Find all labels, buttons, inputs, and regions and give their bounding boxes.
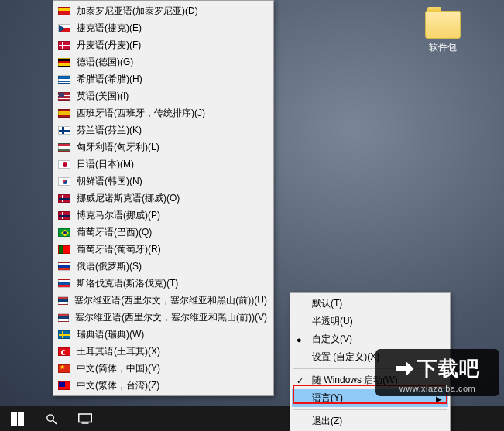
language-menu-item[interactable]: 瑞典语(瑞典)(W) <box>55 326 272 343</box>
language-label: 朝鲜语(韩国)(N) <box>77 175 142 188</box>
flag-icon <box>58 296 68 305</box>
language-menu-item[interactable]: 加泰罗尼亚语(加泰罗尼亚)(D) <box>55 2 272 19</box>
menu-item-translucent[interactable]: 半透明(U) <box>292 313 448 330</box>
windows-logo-icon <box>11 412 24 426</box>
language-menu-item[interactable]: 捷克语(捷克)(E) <box>55 19 272 36</box>
language-label: 芬兰语(芬兰)(K) <box>77 124 142 137</box>
language-menu-item[interactable]: 朝鲜语(韩国)(N) <box>55 173 272 190</box>
menu-item-language[interactable]: 语言(Y) ▶ <box>292 389 448 407</box>
language-menu-item[interactable]: 希腊语(希腊)(H) <box>55 70 272 87</box>
language-menu-item[interactable]: 俄语(俄罗斯)(S) <box>55 258 272 275</box>
flag-icon <box>58 126 70 135</box>
flag-icon <box>58 194 70 203</box>
language-label: 中文(简体，中国)(Y) <box>77 362 160 375</box>
flag-icon <box>58 245 70 254</box>
radio-selected-icon: ● <box>297 335 302 344</box>
language-menu-item[interactable]: 芬兰语(芬兰)(K) <box>55 121 272 139</box>
language-menu-item[interactable]: 葡萄牙语(葡萄牙)(R) <box>55 241 272 258</box>
start-button[interactable] <box>0 406 34 431</box>
language-label: 博克马尔语(挪威)(P) <box>77 209 160 222</box>
language-menu-item[interactable]: 土耳其语(土耳其)(X) <box>55 343 272 360</box>
flag-icon <box>58 211 70 220</box>
language-label: 加泰罗尼亚语(加泰罗尼亚)(D) <box>77 5 198 18</box>
language-menu-item[interactable]: 丹麦语(丹麦)(F) <box>55 36 272 53</box>
menu-label: 半透明(U) <box>312 315 353 328</box>
language-menu-item[interactable]: 日语(日本)(M) <box>55 156 272 173</box>
menu-label: 自定义(V) <box>312 333 352 346</box>
submenu-arrow-icon: ▶ <box>436 394 442 402</box>
flag-icon <box>58 364 70 373</box>
folder-icon <box>425 11 461 39</box>
language-menu-item[interactable]: 英语(美国)(I) <box>55 87 272 104</box>
menu-separator <box>293 409 447 410</box>
flag-icon <box>58 313 69 322</box>
language-menu-item[interactable]: 中文(繁体，台湾)(Z) <box>55 377 272 394</box>
flag-icon <box>58 109 70 118</box>
language-label: 挪威尼诺斯克语(挪威)(O) <box>77 192 180 205</box>
check-icon: ✓ <box>297 375 303 385</box>
flag-icon <box>58 92 70 101</box>
language-menu-item[interactable]: 德语(德国)(G) <box>55 53 272 70</box>
menu-item-default[interactable]: 默认(T) <box>292 295 448 313</box>
task-view-button[interactable] <box>68 406 102 431</box>
menu-label: 设置 (自定义)(X) <box>312 351 379 364</box>
language-menu-item[interactable]: 挪威尼诺斯克语(挪威)(O) <box>55 190 272 207</box>
desktop-icon-label: 软件包 <box>419 41 467 54</box>
language-menu-item[interactable]: 塞尔维亚语(西里尔文，塞尔维亚和黑山(前))(U) <box>55 292 272 309</box>
flag-icon <box>58 75 70 84</box>
menu-item-startup[interactable]: ✓ 随 Windows 启动(W) <box>292 371 448 389</box>
tray-context-menu: 默认(T) 半透明(U) ● 自定义(V) 设置 (自定义)(X) ✓ 随 Wi… <box>290 292 451 431</box>
svg-point-0 <box>46 414 53 421</box>
language-label: 葡萄牙语(巴西)(Q) <box>77 226 152 239</box>
flag-icon <box>58 279 70 288</box>
flag-icon <box>58 228 70 237</box>
language-menu-item[interactable]: 葡萄牙语(巴西)(Q) <box>55 224 272 241</box>
language-label: 丹麦语(丹麦)(F) <box>77 39 141 52</box>
language-label: 希腊语(希腊)(H) <box>77 73 142 86</box>
language-menu-item[interactable]: 中文(简体，中国)(Y) <box>55 360 272 377</box>
language-menu-item[interactable]: 博克马尔语(挪威)(P) <box>55 207 272 224</box>
desktop-folder-shortcut[interactable]: 软件包 <box>419 11 467 54</box>
search-icon <box>45 412 58 426</box>
language-label: 西班牙语(西班牙，传统排序)(J) <box>77 107 205 120</box>
flag-icon <box>58 58 70 67</box>
language-menu-item[interactable]: 匈牙利语(匈牙利)(L) <box>55 139 272 156</box>
language-label: 葡萄牙语(葡萄牙)(R) <box>77 243 161 256</box>
menu-item-custom[interactable]: ● 自定义(V) <box>292 330 448 348</box>
language-menu-item[interactable]: 斯洛伐克语(斯洛伐克)(T) <box>55 275 272 292</box>
language-label: 捷克语(捷克)(E) <box>77 22 142 35</box>
flag-icon <box>58 330 70 339</box>
flag-icon <box>58 160 70 169</box>
task-view-icon <box>78 413 92 424</box>
svg-line-1 <box>53 420 56 423</box>
language-submenu: 加泰罗尼亚语(加泰罗尼亚)(D)捷克语(捷克)(E)丹麦语(丹麦)(F)德语(德… <box>53 0 274 396</box>
flag-icon <box>58 41 70 50</box>
language-label: 土耳其语(土耳其)(X) <box>77 345 160 358</box>
language-label: 日语(日本)(M) <box>77 158 134 171</box>
menu-label: 随 Windows 启动(W) <box>312 374 398 387</box>
language-label: 塞尔维亚语(西里尔文，塞尔维亚和黑山(前))(U) <box>74 294 267 307</box>
language-menu-item[interactable]: 塞尔维亚语(西里尔文，塞尔维亚和黑山(前))(V) <box>55 309 272 326</box>
search-button[interactable] <box>34 406 68 431</box>
flag-icon <box>58 177 70 186</box>
menu-label: 退出(Z) <box>312 415 342 428</box>
menu-separator <box>293 368 447 369</box>
flag-icon <box>58 262 70 271</box>
language-label: 斯洛伐克语(斯洛伐克)(T) <box>77 277 178 290</box>
flag-icon <box>58 24 70 32</box>
menu-label: 语言(Y) <box>312 392 343 405</box>
language-label: 英语(美国)(I) <box>77 90 129 103</box>
language-label: 匈牙利语(匈牙利)(L) <box>77 141 159 154</box>
language-label: 德语(德国)(G) <box>77 56 133 69</box>
language-menu-item[interactable]: 西班牙语(西班牙，传统排序)(J) <box>55 104 272 121</box>
language-label: 中文(繁体，台湾)(Z) <box>77 379 159 392</box>
flag-icon <box>58 7 70 15</box>
language-label: 瑞典语(瑞典)(W) <box>77 328 144 341</box>
menu-item-exit[interactable]: 退出(Z) <box>292 412 448 430</box>
flag-icon <box>58 347 70 356</box>
flag-icon <box>58 143 70 152</box>
svg-rect-2 <box>79 414 92 422</box>
menu-item-settings[interactable]: 设置 (自定义)(X) <box>292 348 448 366</box>
flag-icon <box>58 381 70 390</box>
menu-label: 默认(T) <box>312 297 342 310</box>
